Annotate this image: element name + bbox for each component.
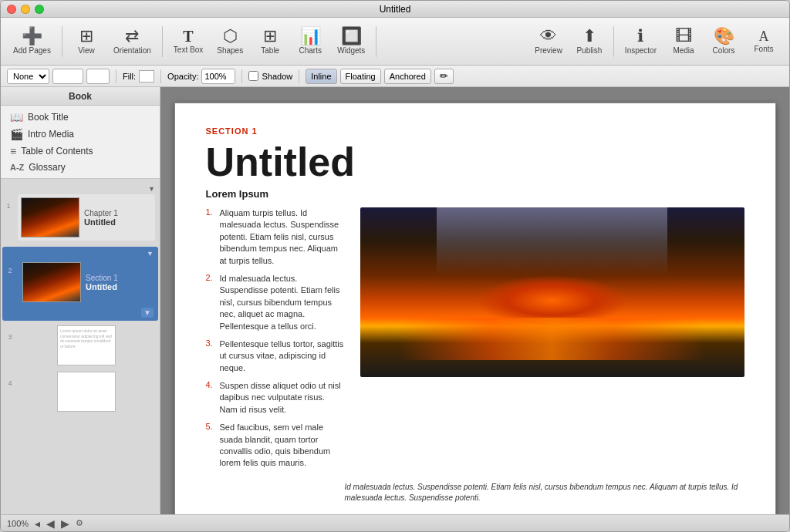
style-select[interactable]: None bbox=[7, 69, 49, 84]
glossary-label: Glossary bbox=[29, 162, 65, 173]
zoom-level: 100% bbox=[7, 519, 29, 528]
prev-page-button[interactable]: ◀ bbox=[46, 517, 55, 530]
inline-button[interactable]: Inline bbox=[306, 69, 336, 84]
fonts-button[interactable]: A Fonts bbox=[744, 26, 783, 56]
section-label: SECTION 1 bbox=[206, 126, 744, 136]
toolbar-separator-4 bbox=[613, 26, 614, 57]
thumbnails-panel: 1 ▼ Chapter 1 Untitled bbox=[1, 179, 160, 514]
fonts-icon: A bbox=[759, 29, 769, 43]
section-1-title-label: Untitled bbox=[86, 282, 118, 291]
formatbar-separator-1 bbox=[116, 69, 116, 83]
section-chevron: ▼ bbox=[16, 307, 157, 318]
text-box-label: Text Box bbox=[174, 45, 203, 54]
sidebar-item-intro-media[interactable]: 🎬 Intro Media bbox=[1, 126, 160, 143]
fill-color-swatch[interactable] bbox=[139, 70, 154, 82]
page-4-thumb bbox=[16, 372, 157, 412]
opacity-input[interactable] bbox=[201, 69, 235, 84]
statusbar: 100% ◂ ◀ ▶ ⚙ bbox=[1, 514, 789, 531]
toolbar-separator-2 bbox=[162, 26, 163, 57]
add-pages-button[interactable]: ➕ Add Pages bbox=[7, 25, 57, 58]
titlebar: Untitled bbox=[1, 1, 789, 18]
colors-button[interactable]: 🎨 Colors bbox=[704, 25, 743, 58]
page-3-thumb: Lorem ipsum dolor sit amet consectetur a… bbox=[16, 325, 157, 365]
volcano-smoke bbox=[437, 207, 667, 275]
zoom-out-button[interactable]: ◂ bbox=[35, 517, 40, 530]
shapes-label: Shapes bbox=[217, 46, 243, 55]
list-num-5: 5. bbox=[206, 422, 217, 470]
floating-button[interactable]: Floating bbox=[340, 69, 381, 84]
publish-button[interactable]: ⬆ Publish bbox=[570, 25, 609, 58]
page-4-section: 4 bbox=[1, 369, 160, 415]
widgets-label: Widgets bbox=[337, 46, 365, 55]
font-size-input[interactable] bbox=[52, 69, 83, 84]
list-item-4: 4. Suspen disse aliquet odio ut nisl dap… bbox=[206, 380, 345, 416]
book-icon: 📖 bbox=[10, 111, 23, 123]
page-title: Untitled bbox=[206, 142, 744, 182]
opacity-label: Opacity: bbox=[167, 72, 198, 81]
sidebar-item-toc[interactable]: ≡ Table of Contents bbox=[1, 143, 160, 160]
format-extra-button[interactable]: ✏ bbox=[434, 69, 454, 84]
media-sidebar-icon: 🎬 bbox=[10, 128, 23, 140]
page-3-img[interactable]: Lorem ipsum dolor sit amet consectetur a… bbox=[57, 325, 116, 365]
glossary-icon: A-Z bbox=[10, 163, 24, 172]
fonts-label: Fonts bbox=[754, 45, 773, 53]
page-3-section: 3 Lorem ipsum dolor sit amet consectetur… bbox=[1, 322, 160, 369]
orientation-button[interactable]: ⇄ Orientation bbox=[107, 25, 157, 58]
sidebar-book-label: Book bbox=[69, 91, 92, 102]
close-button[interactable] bbox=[7, 5, 16, 14]
list-num-4: 4. bbox=[206, 380, 217, 416]
section-expand-btn[interactable]: ▼ bbox=[141, 308, 154, 318]
sidebar-header: Book bbox=[1, 87, 160, 106]
minimize-button[interactable] bbox=[21, 5, 30, 14]
formatbar-separator-4 bbox=[299, 69, 299, 83]
page-subtitle: Lorem Ipsum bbox=[206, 188, 744, 200]
fill-label: Fill: bbox=[123, 72, 136, 81]
charts-label: Charts bbox=[299, 46, 321, 55]
text-box-button[interactable]: T Text Box bbox=[167, 25, 209, 57]
font-size-input2[interactable] bbox=[86, 69, 110, 84]
shapes-button[interactable]: ⬡ Shapes bbox=[211, 25, 249, 58]
view-label: View bbox=[78, 46, 95, 55]
sidebar-item-glossary[interactable]: A-Z Glossary bbox=[1, 160, 160, 175]
list-item-3: 3. Pellentesque tellus tortor, sagittis … bbox=[206, 338, 345, 374]
shadow-label: Shadow bbox=[262, 72, 292, 81]
page-2-section: 2 ▼ Section 1 Untitled bbox=[2, 247, 158, 321]
view-icon: ⊞ bbox=[79, 28, 93, 45]
chapter-1-label: ▼ bbox=[15, 185, 158, 193]
toc-label: Table of Contents bbox=[21, 146, 93, 157]
chapter-1-title: Untitled bbox=[84, 217, 118, 227]
table-button[interactable]: ⊞ Table bbox=[251, 25, 289, 58]
anchored-button[interactable]: Anchored bbox=[384, 69, 431, 84]
preview-label: Preview bbox=[535, 46, 562, 55]
charts-icon: 📊 bbox=[300, 28, 321, 45]
list-text-3: Pellentesque tellus tortor, sagittis ut … bbox=[220, 338, 345, 374]
media-icon: 🎞 bbox=[675, 28, 692, 45]
toolbar: ➕ Add Pages ⊞ View ⇄ Orientation T Text … bbox=[1, 18, 789, 66]
table-icon: ⊞ bbox=[263, 28, 277, 45]
page-1-thumbs: ▼ Chapter 1 Untitled bbox=[15, 185, 158, 242]
media-button[interactable]: 🎞 Media bbox=[664, 25, 703, 58]
app-window: Untitled ➕ Add Pages ⊞ View ⇄ Orientatio… bbox=[0, 0, 790, 532]
maximize-button[interactable] bbox=[35, 5, 44, 14]
sidebar-item-book-title[interactable]: 📖 Book Title bbox=[1, 109, 160, 126]
section-1-chapter-label: Section 1 bbox=[86, 274, 118, 282]
page-2-thumbs: ▼ Section 1 Untitled ▼ bbox=[16, 250, 157, 318]
view-button[interactable]: ⊞ View bbox=[67, 25, 106, 58]
charts-button[interactable]: 📊 Charts bbox=[291, 25, 329, 58]
next-page-button[interactable]: ▶ bbox=[61, 517, 69, 530]
widgets-button[interactable]: 🔲 Widgets bbox=[331, 25, 371, 58]
shadow-checkbox[interactable] bbox=[248, 71, 258, 81]
inspector-button[interactable]: ℹ Inspector bbox=[619, 25, 663, 58]
section-1-thumb[interactable]: Section 1 Untitled bbox=[19, 259, 154, 305]
page-3-num: 3 bbox=[4, 325, 16, 341]
section-1-info: Section 1 Untitled bbox=[86, 274, 118, 291]
zoom-in-button[interactable]: ⚙ bbox=[76, 518, 83, 528]
document-area: SECTION 1 Untitled Lorem Ipsum 1. Aliqua… bbox=[160, 87, 789, 514]
section-1-img bbox=[22, 262, 81, 302]
image-caption: Id malesuada lectus. Suspendisse potenti… bbox=[345, 482, 744, 503]
page-4-img[interactable] bbox=[57, 372, 116, 412]
widgets-icon: 🔲 bbox=[341, 28, 362, 45]
chapter-1-thumb[interactable]: Chapter 1 Untitled bbox=[18, 194, 155, 241]
preview-button[interactable]: 👁 Preview bbox=[528, 25, 569, 58]
list-text-2: Id malesuada lectus. Suspendisse potenti… bbox=[220, 273, 345, 332]
